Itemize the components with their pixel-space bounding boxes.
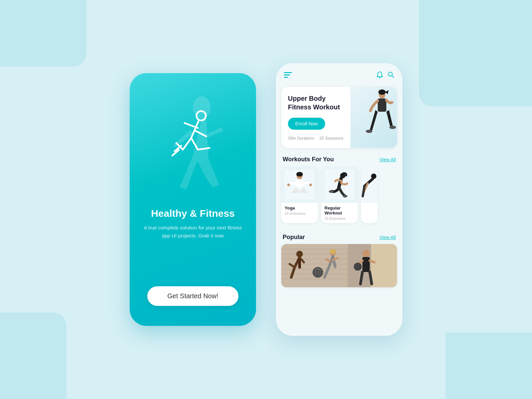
svg-rect-2 [284, 72, 292, 73]
pushup-card-image [361, 166, 378, 203]
svg-point-37 [330, 249, 336, 254]
bell-icon[interactable] [376, 71, 383, 80]
regular-workout-exercises: 25 Exercises [325, 216, 354, 220]
svg-point-6 [388, 72, 392, 76]
svg-rect-4 [284, 77, 288, 78]
svg-rect-3 [284, 74, 290, 75]
bg-block-bottomleft [0, 313, 66, 399]
app-title: Healthy & Fitness [140, 208, 246, 219]
search-icon[interactable] [388, 71, 394, 80]
popular-gym-scene [281, 244, 397, 287]
svg-point-11 [366, 130, 372, 133]
phone-left-text: Healthy & Fitness A true complete soluti… [140, 208, 246, 240]
svg-point-17 [287, 184, 290, 186]
runner-figure [325, 170, 354, 200]
phone-left: Healthy & Fitness A true complete soluti… [130, 73, 256, 326]
workouts-section-header: Workouts For You View All [276, 151, 402, 166]
yoga-card-info: Yoga 15 Exercises [281, 203, 318, 218]
regular-workout-card-image [321, 166, 358, 203]
popular-section-header: Popular View All [276, 228, 402, 244]
regular-workout-card-info: Regular Workout 25 Exercises [321, 203, 358, 223]
yoga-card[interactable]: Yoga 15 Exercises [281, 166, 318, 223]
hero-sessions: 25 Seassions [320, 136, 343, 141]
workouts-row: Yoga 15 Exercises [276, 166, 402, 228]
svg-point-12 [389, 126, 396, 129]
svg-point-1 [197, 111, 206, 120]
pushup-figure [361, 166, 378, 203]
svg-rect-23 [361, 166, 378, 203]
app-subtitle: A true complete solution for your next f… [140, 224, 246, 240]
workouts-view-all[interactable]: View All [379, 157, 396, 162]
phones-container: Healthy & Fitness A true complete soluti… [130, 63, 402, 336]
bg-block-topleft [0, 0, 86, 66]
menu-icon[interactable] [284, 71, 292, 80]
popular-view-all[interactable]: View All [379, 235, 396, 240]
pushup-card-partial[interactable] [361, 166, 378, 223]
yoga-card-title: Yoga [285, 205, 315, 210]
hero-title: Upper Body Fitness Workout [288, 94, 344, 111]
yoga-figure [285, 170, 315, 200]
enroll-button[interactable]: Enroll Now [288, 118, 325, 130]
hero-card: Upper Body Fitness Workout Enroll Now 30… [281, 87, 397, 148]
bg-block-topright [419, 0, 532, 106]
svg-point-5 [379, 77, 380, 78]
phone-nav [276, 63, 402, 84]
bg-block-bottomright [446, 332, 532, 399]
regular-workout-title: Regular Workout [325, 205, 354, 215]
yoga-card-image [281, 166, 318, 203]
get-started-button[interactable]: Get Started Now! [147, 286, 238, 306]
svg-point-18 [309, 184, 312, 186]
phone-right: Upper Body Fitness Workout Enroll Now 30… [276, 63, 402, 336]
svg-point-41 [354, 263, 362, 271]
svg-rect-34 [371, 244, 397, 287]
nav-icons-right [376, 71, 394, 80]
hero-content: Upper Body Fitness Workout Enroll Now 30… [281, 87, 350, 148]
svg-point-15 [296, 172, 303, 177]
svg-point-9 [378, 89, 386, 95]
svg-point-16 [295, 180, 304, 188]
svg-point-21 [329, 190, 333, 193]
workouts-title: Workouts For You [283, 156, 334, 163]
runner-icon [166, 106, 219, 161]
popular-title: Popular [283, 234, 305, 241]
svg-point-39 [362, 250, 370, 257]
yoga-card-exercises: 15 Exercises [285, 211, 315, 215]
svg-point-22 [343, 195, 347, 198]
popular-card[interactable] [281, 244, 397, 287]
regular-workout-card[interactable]: Regular Workout 25 Exercises [321, 166, 358, 223]
hero-figure-svg [350, 87, 397, 148]
hero-image [350, 87, 397, 148]
hero-meta: 30hr Durations 25 Seassions [288, 136, 344, 141]
hero-duration: 30hr Durations [288, 136, 314, 141]
svg-rect-10 [378, 98, 386, 112]
svg-rect-40 [362, 257, 370, 272]
popular-card-image [281, 244, 397, 287]
